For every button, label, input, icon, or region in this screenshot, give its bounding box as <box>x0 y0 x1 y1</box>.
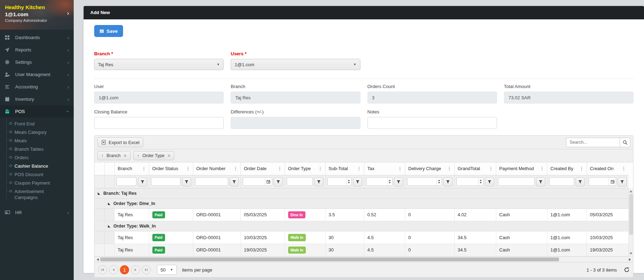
save-button[interactable]: Save <box>94 25 123 37</box>
column-menu-icon[interactable]: ⋮ <box>277 166 282 171</box>
filter-input-created-on[interactable] <box>589 178 609 186</box>
sidebar-item-advertisement-campaigns[interactable]: Advertisement Campaigns <box>0 187 60 201</box>
refresh-icon[interactable] <box>624 267 630 273</box>
filter-input-order-number[interactable] <box>195 177 228 186</box>
sidebar-item-branch-tables[interactable]: Branch Tables <box>0 145 74 153</box>
closing-balance-field[interactable] <box>94 117 224 129</box>
collapse-group-icon[interactable] <box>108 203 110 205</box>
column-menu-icon[interactable]: ⋮ <box>540 166 545 171</box>
page-size-select[interactable]: 50 ▼ <box>157 265 177 275</box>
filter-input-sub-total[interactable] <box>328 178 346 186</box>
scrollbar-thumb[interactable] <box>629 194 633 235</box>
search-button[interactable] <box>620 138 630 147</box>
scroll-left-icon[interactable] <box>97 258 99 261</box>
filter-funnel-icon[interactable] <box>576 177 585 186</box>
branch-select[interactable]: Taj Res ▼ <box>94 59 224 70</box>
filter-funnel-icon[interactable] <box>274 177 283 186</box>
sidebar-item-user-managment[interactable]: User Managment › <box>0 68 74 81</box>
column-menu-icon[interactable]: ⋮ <box>318 166 323 171</box>
column-header-grandtotal[interactable]: GrandTotal⋮ <box>454 162 496 175</box>
export-to-excel-button[interactable]: Export to Excel <box>97 137 143 147</box>
filter-funnel-icon[interactable] <box>138 177 147 186</box>
filter-input-order-status[interactable] <box>151 177 181 186</box>
collapse-group-icon[interactable] <box>108 225 110 228</box>
users-select[interactable]: 1@1.com ▼ <box>231 59 360 70</box>
sidebar-item-inventory[interactable]: Inventory › <box>0 93 74 105</box>
sidebar-item-front-end[interactable]: Front End <box>0 119 74 128</box>
filter-input-delivery-charge[interactable] <box>407 178 437 186</box>
group-chip-branch[interactable]: ↑ Branch × <box>97 151 130 160</box>
column-header-tax[interactable]: Tax⋮ <box>364 162 405 175</box>
last-page-button[interactable] <box>142 265 151 274</box>
column-menu-icon[interactable]: ⋮ <box>488 166 494 171</box>
calendar-icon[interactable] <box>609 178 616 186</box>
sidebar-item-meals[interactable]: Meals <box>0 136 74 145</box>
numeric-spinner[interactable] <box>478 178 483 186</box>
filter-funnel-icon[interactable] <box>394 177 403 186</box>
group-chip-order-type[interactable]: ↑ Order Type × <box>133 151 175 160</box>
sidebar-item-coupon-payment[interactable]: Coupon Payment <box>0 179 74 187</box>
scroll-down-icon[interactable] <box>630 253 632 255</box>
filter-input-payment-method[interactable] <box>498 177 535 186</box>
column-header-order-date[interactable]: Order Date⋮ <box>241 162 285 175</box>
numeric-spinner[interactable] <box>346 178 351 186</box>
filter-input-tax[interactable] <box>366 178 387 186</box>
next-page-button[interactable] <box>131 265 140 274</box>
sidebar-item-settings[interactable]: Settings › <box>0 56 74 68</box>
close-icon[interactable]: × <box>168 153 170 158</box>
numeric-spinner[interactable] <box>437 178 442 186</box>
chevron-right-icon[interactable]: › <box>67 9 69 17</box>
filter-funnel-icon[interactable] <box>618 177 627 186</box>
column-menu-icon[interactable]: ⋮ <box>357 166 362 171</box>
sidebar-item-pos[interactable]: POS › <box>0 105 74 118</box>
column-header-branch[interactable]: Branch⋮ <box>114 162 149 175</box>
close-icon[interactable]: × <box>124 153 127 158</box>
column-menu-icon[interactable]: ⋮ <box>447 166 452 171</box>
notes-field[interactable] <box>367 117 497 129</box>
filter-input-branch[interactable] <box>116 177 136 186</box>
filter-input-grandtotal[interactable] <box>457 178 478 186</box>
sidebar-item-pos-discount[interactable]: POS Discount <box>0 170 74 179</box>
calendar-icon[interactable] <box>265 178 272 186</box>
numeric-spinner[interactable] <box>387 178 392 186</box>
column-header-order-number[interactable]: Order Number⋮ <box>193 162 241 175</box>
column-header-created-on[interactable]: Created On⋮ <box>587 162 628 175</box>
sidebar-item-orders[interactable]: Orders <box>0 153 74 162</box>
column-menu-icon[interactable]: ⋮ <box>233 166 238 171</box>
sidebar-item-reports[interactable]: Reports › <box>0 44 74 56</box>
sidebar-item-cashier-balance[interactable]: Cashier Balance <box>0 162 74 170</box>
table-row[interactable]: Taj Res Paid ORD-00001 19/03/2025 Walk I… <box>95 244 628 256</box>
column-menu-icon[interactable]: ⋮ <box>579 166 584 171</box>
column-menu-icon[interactable]: ⋮ <box>186 166 191 171</box>
column-header-sub-total[interactable]: Sub-Total⋮ <box>325 162 364 175</box>
search-input[interactable] <box>566 138 620 147</box>
user-panel[interactable]: Healthy Kitchen 1@1.com Company Administ… <box>0 0 74 30</box>
filter-funnel-icon[interactable] <box>182 177 191 186</box>
filter-funnel-icon[interactable] <box>230 177 239 186</box>
sidebar-item-hr[interactable]: HR › <box>0 206 74 219</box>
scroll-right-icon[interactable] <box>629 258 631 261</box>
sidebar-item-meals-category[interactable]: Meals Category <box>0 128 74 136</box>
filter-input-created-by[interactable] <box>549 177 574 186</box>
filter-funnel-icon[interactable] <box>536 177 545 186</box>
filter-funnel-icon[interactable] <box>314 177 323 186</box>
column-header-order-type[interactable]: Order Type⋮ <box>285 162 325 175</box>
current-page-button[interactable]: 1 <box>120 265 129 274</box>
column-menu-icon[interactable]: ⋮ <box>621 166 626 171</box>
column-menu-icon[interactable]: ⋮ <box>397 166 403 171</box>
table-row[interactable]: Taj Res Paid ORD-00001 05/03/2025 Dine I… <box>95 209 628 221</box>
filter-funnel-icon[interactable] <box>443 177 452 186</box>
column-header-order-status[interactable]: Order Status⋮ <box>149 162 193 175</box>
column-header-payment-method[interactable]: Payment Method⋮ <box>496 162 547 175</box>
vertical-scrollbar[interactable] <box>628 188 633 257</box>
sidebar-item-dashboards[interactable]: Dashboards › <box>0 31 74 44</box>
scroll-up-icon[interactable] <box>630 190 632 192</box>
first-page-button[interactable] <box>98 265 107 274</box>
previous-page-button[interactable] <box>109 265 118 274</box>
column-header-created-by[interactable]: Created By⋮ <box>547 162 587 175</box>
column-menu-icon[interactable]: ⋮ <box>141 166 147 171</box>
column-header-delivery-charge[interactable]: Delivery Charge⋮ <box>405 162 454 175</box>
scrollbar-thumb[interactable] <box>100 257 559 261</box>
filter-input-order-type[interactable] <box>287 177 313 186</box>
filter-funnel-icon[interactable] <box>353 177 362 186</box>
